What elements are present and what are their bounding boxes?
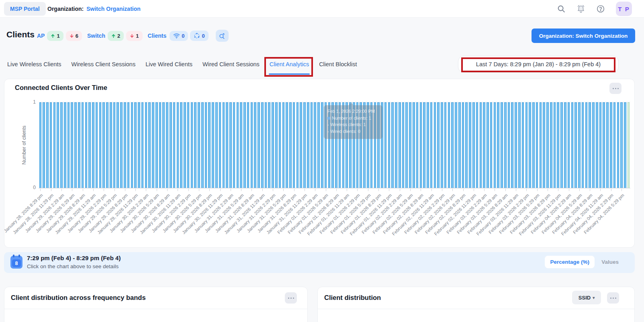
chart-bar[interactable] xyxy=(265,102,267,188)
chart-bar[interactable] xyxy=(212,102,214,188)
chart-bar[interactable] xyxy=(546,102,549,188)
chart-bar[interactable] xyxy=(57,102,59,188)
organization-switch-button[interactable]: Organization: Switch Organization xyxy=(532,29,635,43)
chart-bar[interactable] xyxy=(395,102,397,188)
chart-bar[interactable] xyxy=(92,102,94,188)
chart-bar[interactable] xyxy=(74,102,77,188)
chart-bar[interactable] xyxy=(578,102,581,188)
chart-bar[interactable] xyxy=(134,102,137,188)
chart-bar[interactable] xyxy=(388,102,390,188)
chart-bar[interactable] xyxy=(201,102,204,188)
chart-bar[interactable] xyxy=(314,102,316,188)
chart-bar[interactable] xyxy=(272,102,274,188)
chart-bar[interactable] xyxy=(268,102,270,188)
chart-bar[interactable] xyxy=(71,102,73,188)
chart-bar[interactable] xyxy=(384,102,387,188)
chart-bar[interactable] xyxy=(596,102,598,188)
chart-bar[interactable] xyxy=(43,102,45,188)
chart-bar[interactable] xyxy=(497,102,499,188)
chart-bar[interactable] xyxy=(208,102,211,188)
chart-bar[interactable] xyxy=(582,102,584,188)
chart-bar[interactable] xyxy=(522,102,524,188)
chart-bar[interactable] xyxy=(117,102,119,188)
chart-bar[interactable] xyxy=(536,102,538,188)
chart-bar[interactable] xyxy=(60,102,63,188)
chart-bar[interactable] xyxy=(409,102,411,188)
chart-bar[interactable] xyxy=(159,102,162,188)
chart-bar[interactable] xyxy=(177,102,179,188)
chart-bar[interactable] xyxy=(585,102,588,188)
chart-bar[interactable] xyxy=(106,102,108,188)
chart-bar[interactable] xyxy=(540,102,542,188)
chart-bar[interactable] xyxy=(155,102,158,188)
chart-bar[interactable] xyxy=(321,102,323,188)
chart-bar[interactable] xyxy=(472,102,475,188)
chart-bar[interactable] xyxy=(490,102,493,188)
tab-live-wireless-clients[interactable]: Live Wireless Clients xyxy=(7,61,61,75)
chart-bar[interactable] xyxy=(448,102,450,188)
chart-bar[interactable] xyxy=(99,102,102,188)
chart-bar[interactable] xyxy=(511,102,513,188)
tab-live-wired-clients[interactable]: Live Wired Clients xyxy=(145,61,192,75)
chart-bar[interactable] xyxy=(289,102,292,188)
chart-bar[interactable] xyxy=(243,102,246,188)
tab-wireless-client-sessions[interactable]: Wireless Client Sessions xyxy=(72,61,136,75)
chart-bar[interactable] xyxy=(494,102,496,188)
chart-bar[interactable] xyxy=(469,102,471,188)
chart-bar[interactable] xyxy=(170,102,172,188)
chart-bar[interactable] xyxy=(550,102,552,188)
chart-bar[interactable] xyxy=(420,102,422,188)
chart-bar[interactable] xyxy=(508,102,510,188)
chart-bar[interactable] xyxy=(391,102,394,188)
chart-bar[interactable] xyxy=(50,102,52,188)
chart-bar[interactable] xyxy=(67,102,70,188)
chart-bar[interactable] xyxy=(311,102,313,188)
chart-bar[interactable] xyxy=(226,102,228,188)
chart-bar[interactable] xyxy=(110,102,112,188)
chart-plot-area[interactable]: Feb 1, 2026 2:29:00 PMNumber of clients:… xyxy=(39,102,630,188)
chart-bar[interactable] xyxy=(402,102,405,188)
toggle-values[interactable]: Values xyxy=(601,259,619,265)
organization-link[interactable]: Switch Organization xyxy=(86,6,141,12)
chart-bar[interactable] xyxy=(620,102,623,188)
chart-bar[interactable] xyxy=(557,102,559,188)
chart-bar[interactable] xyxy=(127,102,130,188)
ssid-dropdown[interactable]: SSID ▾ xyxy=(572,291,601,304)
chart-bar[interactable] xyxy=(451,102,454,188)
chart-bar[interactable] xyxy=(184,102,186,188)
chart-bar[interactable] xyxy=(78,102,80,188)
chart-bar[interactable] xyxy=(296,102,299,188)
chart-bar[interactable] xyxy=(279,102,281,188)
chart-bar[interactable] xyxy=(198,102,200,188)
chart-bar[interactable] xyxy=(293,102,295,188)
chart-bar[interactable] xyxy=(430,102,433,188)
chart-bar[interactable] xyxy=(145,102,147,188)
tab-client-analytics[interactable]: Client Analytics xyxy=(270,61,309,75)
chart-bar[interactable] xyxy=(82,102,84,188)
chart-bar[interactable] xyxy=(191,102,193,188)
chart-bar[interactable] xyxy=(434,102,436,188)
chart-bar[interactable] xyxy=(148,102,151,188)
chart-bar[interactable] xyxy=(64,102,66,188)
chart-bar[interactable] xyxy=(173,102,176,188)
chart-bar[interactable] xyxy=(88,102,91,188)
chart-bar[interactable] xyxy=(444,102,447,188)
chart-bar[interactable] xyxy=(458,102,461,188)
search-icon[interactable] xyxy=(557,4,566,13)
date-range-selector[interactable]: Last 7 Days: 8:29 pm (Jan 28) - 8:29 pm … xyxy=(458,56,619,73)
chart-bar[interactable] xyxy=(560,102,563,188)
chart-bar[interactable] xyxy=(187,102,190,188)
chart-bar[interactable] xyxy=(504,102,507,188)
frequency-bands-menu-button[interactable] xyxy=(285,292,297,304)
chart-bar[interactable] xyxy=(487,102,489,188)
chart-bar[interactable] xyxy=(96,102,98,188)
chart-bar[interactable] xyxy=(46,102,49,188)
chart-bar[interactable] xyxy=(233,102,235,188)
chart-bar[interactable] xyxy=(437,102,440,188)
chart-bar[interactable] xyxy=(543,102,545,188)
chart-bar[interactable] xyxy=(483,102,485,188)
chart-bar[interactable] xyxy=(599,102,602,188)
chart-bar[interactable] xyxy=(102,102,105,188)
client-distribution-menu-button[interactable] xyxy=(607,292,619,304)
toggle-percentage[interactable]: Percentage (%) xyxy=(545,256,595,268)
